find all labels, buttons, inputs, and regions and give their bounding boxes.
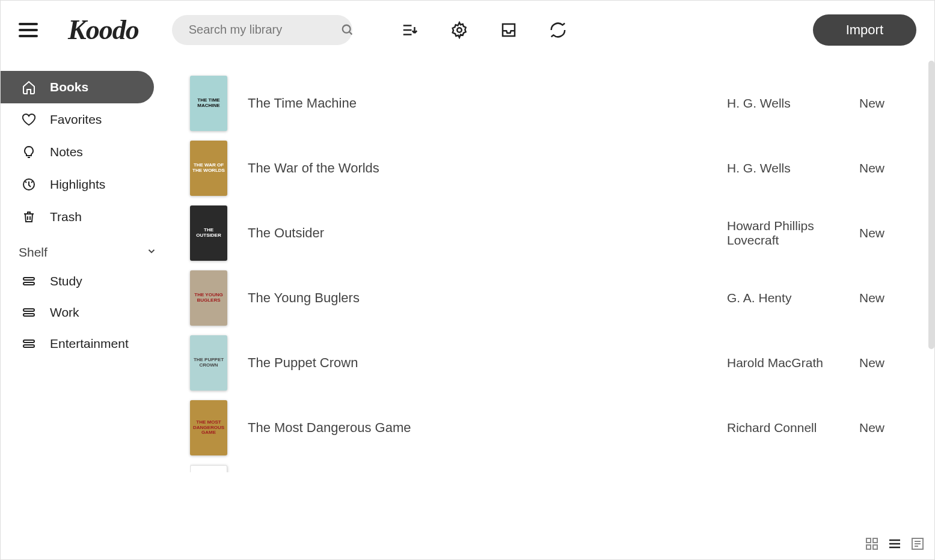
shelf-header[interactable]: Shelf xyxy=(1,233,175,266)
book-title: The Young Buglers xyxy=(248,290,727,306)
svg-rect-15 xyxy=(866,538,871,543)
app-logo: Koodo xyxy=(68,14,139,46)
svg-rect-9 xyxy=(23,278,34,280)
book-author: G. A. Henty xyxy=(727,291,859,305)
sidebar-item-favorites[interactable]: Favorites xyxy=(1,103,175,136)
svg-line-1 xyxy=(349,31,352,34)
search-input[interactable] xyxy=(189,23,341,37)
scrollbar[interactable] xyxy=(928,61,934,349)
svg-point-5 xyxy=(457,28,462,32)
sidebar-item-label: Books xyxy=(50,80,88,94)
svg-rect-18 xyxy=(873,545,877,549)
sidebar-item-label: Notes xyxy=(50,145,83,159)
book-row[interactable]: The Most Dangerous GameThe Most Dangerou… xyxy=(190,395,919,460)
svg-rect-12 xyxy=(23,314,34,316)
book-cover[interactable]: The Time Machine xyxy=(190,76,227,131)
home-icon xyxy=(21,79,37,95)
sort-button[interactable] xyxy=(400,20,420,40)
search-box[interactable] xyxy=(172,15,352,45)
shelf-item-label: Entertainment xyxy=(50,336,129,351)
book-author: H. G. Wells xyxy=(727,96,859,111)
trash-icon xyxy=(21,209,37,225)
book-title: The Most Dangerous Game xyxy=(248,420,727,436)
sidebar-item-trash[interactable]: Trash xyxy=(1,201,175,233)
grid-view-button[interactable] xyxy=(865,537,879,551)
book-status: New xyxy=(859,356,919,370)
shelf-item-study[interactable]: Study xyxy=(1,266,175,297)
sidebar-item-label: Trash xyxy=(50,210,82,224)
book-row[interactable]: The War of the WorldsThe War of the Worl… xyxy=(190,136,919,201)
bulb-icon xyxy=(21,144,37,160)
book-status: New xyxy=(859,226,919,240)
shelf-icon xyxy=(21,273,37,289)
heart-icon xyxy=(21,112,37,127)
view-switcher xyxy=(865,537,925,551)
book-title: The Puppet Crown xyxy=(248,355,727,371)
sidebar-item-highlights[interactable]: Highlights xyxy=(1,168,175,201)
book-cover[interactable]: The Most Dangerous Game xyxy=(190,400,227,455)
book-row[interactable]: The Puppet CrownThe Puppet CrownHarold M… xyxy=(190,330,919,395)
shelf-item-entertainment[interactable]: Entertainment xyxy=(1,328,175,359)
import-button[interactable]: Import xyxy=(813,14,916,46)
header-actions xyxy=(400,20,568,40)
svg-rect-17 xyxy=(866,545,871,549)
header: Koodo Import xyxy=(1,1,934,59)
svg-rect-16 xyxy=(873,538,877,543)
book-cover[interactable]: The Outsider xyxy=(190,205,227,261)
book-row[interactable]: The xyxy=(190,460,919,472)
shelf-item-label: Work xyxy=(50,305,79,320)
sidebar-item-notes[interactable]: Notes xyxy=(1,136,175,168)
svg-rect-10 xyxy=(23,282,34,285)
book-cover[interactable]: The War of the Worlds xyxy=(190,141,227,196)
book-row[interactable]: The Time MachineThe Time MachineH. G. We… xyxy=(190,71,919,136)
sidebar-item-label: Favorites xyxy=(50,112,102,127)
sidebar: BooksFavoritesNotesHighlightsTrash Shelf… xyxy=(1,59,175,560)
sidebar-item-label: Highlights xyxy=(50,177,105,192)
book-title: The Time Machine xyxy=(248,96,727,111)
sync-button[interactable] xyxy=(548,20,568,40)
book-title: The Outsider xyxy=(248,225,727,241)
book-author: Harold MacGrath xyxy=(727,356,859,370)
book-status: New xyxy=(859,161,919,175)
book-row[interactable]: The OutsiderThe OutsiderHoward Phillips … xyxy=(190,201,919,266)
book-list: The Time MachineThe Time MachineH. G. We… xyxy=(175,59,934,560)
shelf-icon xyxy=(21,305,37,320)
svg-rect-13 xyxy=(23,340,34,342)
svg-rect-14 xyxy=(23,345,34,347)
book-cover[interactable]: The Young Buglers xyxy=(190,270,227,326)
book-author: Richard Connell xyxy=(727,421,859,435)
list-view-button[interactable] xyxy=(887,537,902,551)
book-status: New xyxy=(859,291,919,305)
book-status: New xyxy=(859,421,919,435)
search-icon[interactable] xyxy=(341,20,354,40)
book-cover[interactable]: The xyxy=(190,465,227,472)
shelf-icon xyxy=(21,336,37,352)
svg-rect-11 xyxy=(23,309,34,311)
shelf-item-label: Study xyxy=(50,274,82,288)
book-title: The War of the Worlds xyxy=(248,160,727,176)
book-cover[interactable]: The Puppet Crown xyxy=(190,335,227,391)
svg-point-0 xyxy=(342,25,350,32)
shelf-label: Shelf xyxy=(19,245,48,260)
book-row[interactable]: The Young BuglersThe Young BuglersG. A. … xyxy=(190,266,919,330)
menu-button[interactable] xyxy=(19,20,38,40)
chevron-down-icon xyxy=(146,245,157,260)
book-author: Howard Phillips Lovecraft xyxy=(727,219,859,248)
book-status: New xyxy=(859,96,919,111)
sidebar-item-books[interactable]: Books xyxy=(1,71,154,103)
shelf-item-work[interactable]: Work xyxy=(1,297,175,328)
detail-view-button[interactable] xyxy=(910,537,925,551)
settings-button[interactable] xyxy=(450,20,469,40)
inbox-button[interactable] xyxy=(499,20,518,40)
highlight-icon xyxy=(21,177,37,192)
book-author: H. G. Wells xyxy=(727,161,859,175)
